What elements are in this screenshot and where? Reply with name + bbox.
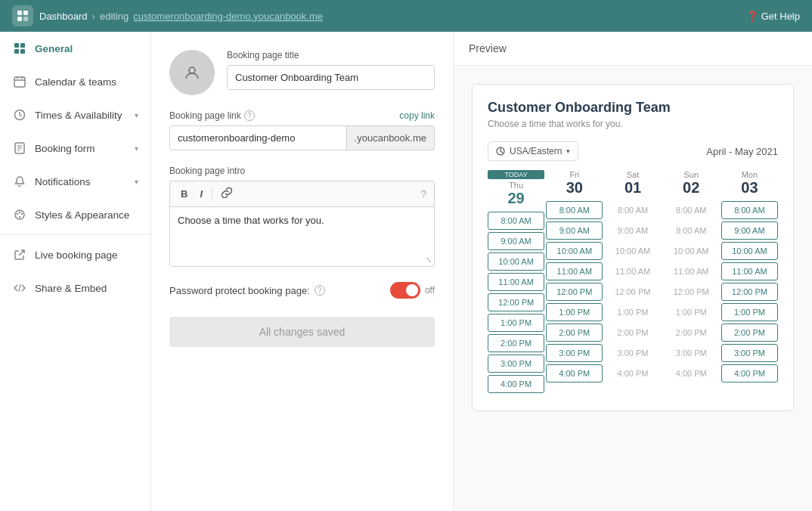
sidebar-item-label: Styles & Appearance [35,209,129,221]
cal-time-slot[interactable]: 9:00 AM [546,221,603,240]
sidebar-item-live[interactable]: Live booking page [0,238,150,271]
editing-label: editing [100,11,129,22]
resize-handle[interactable]: ⤡ [426,256,432,264]
svg-rect-8 [14,77,25,87]
cal-time-slot[interactable]: 2:00 PM [721,324,778,342]
cal-toolbar: USA/Eastern ▾ April - May 2021 [488,141,778,161]
cal-day-number: 29 [488,190,544,207]
svg-point-20 [17,213,18,215]
cal-time-slot: 9:00 AM [604,221,661,240]
cal-time-slot: 2:00 PM [663,324,720,342]
avatar-upload-button[interactable] [169,50,215,95]
cal-time-slot[interactable]: 1:00 PM [721,303,778,321]
password-info-icon[interactable]: ? [315,285,325,296]
main-layout: General Calendar & teams Times & Availab… [0,32,812,511]
timezone-label: USA/Eastern [510,146,562,156]
link-button[interactable] [218,186,235,202]
cal-time-slot[interactable]: 11:00 AM [488,273,544,291]
title-input[interactable] [227,65,435,90]
cal-time-slot[interactable]: 9:00 AM [488,232,544,250]
breadcrumb: Dashboard › editing customeronboarding-d… [39,11,323,22]
sidebar-item-calendar-teams[interactable]: Calendar & teams [0,65,150,98]
bold-button[interactable]: B [178,187,191,201]
sidebar-item-label: Notifications [35,176,91,187]
cal-day-number: 30 [546,179,603,197]
cal-time-slot[interactable]: 8:00 AM [721,201,778,219]
svg-rect-0 [17,11,22,15]
cal-time-slot: 1:00 PM [663,303,720,321]
sidebar-item-notifications[interactable]: Notifications ▾ [0,165,150,198]
timezone-selector[interactable]: USA/Eastern ▾ [488,141,578,161]
preview-header: Preview [454,32,812,66]
form-panel: Booking page title Booking page link ? c… [151,32,454,511]
svg-point-21 [19,212,20,213]
intro-label: Booking page intro [169,166,435,176]
sidebar: General Calendar & teams Times & Availab… [0,32,151,511]
cal-time-slot: 2:00 PM [604,324,661,342]
toolbar-divider [212,188,212,200]
cal-time-slot[interactable]: 10:00 AM [546,242,603,260]
cal-time-slot[interactable]: 11:00 AM [546,262,603,280]
cal-time-slot: 10:00 AM [663,242,720,260]
editor-toolbar: B I ? [169,181,435,206]
cal-time-slot[interactable]: 10:00 AM [488,252,544,271]
cal-time-slot: 10:00 AM [604,242,661,260]
svg-point-23 [19,216,20,218]
cal-time-slot[interactable]: 9:00 AM [721,221,778,240]
preview-panel: Preview Customer Onboarding Team Choose … [454,32,812,511]
save-button[interactable]: All changes saved [169,317,435,347]
cal-time-slot[interactable]: 4:00 PM [488,375,544,393]
sidebar-item-label: General [35,43,73,54]
sidebar-item-label: Live booking page [35,249,118,261]
cal-time-slot[interactable]: 3:00 PM [546,344,603,362]
cal-time-slot: 4:00 PM [663,364,720,382]
cal-column: TODAYThu298:00 AM9:00 AM10:00 AM11:00 AM… [488,170,544,395]
cal-time-slot[interactable]: 3:00 PM [488,355,544,373]
sidebar-item-general[interactable]: General [0,32,150,65]
italic-button[interactable]: I [197,187,206,201]
intro-editor[interactable]: Choose a time that works for you. ⤡ [169,206,435,267]
sidebar-item-times[interactable]: Times & Availability ▾ [0,98,150,132]
help-button[interactable]: ❓ Get Help [746,11,800,22]
cal-day-name: Fri [546,170,603,179]
svg-rect-7 [20,49,25,54]
sidebar-item-styles[interactable]: Styles & Appearance [0,198,150,231]
cal-time-slot[interactable]: 4:00 PM [721,364,778,382]
clock-icon [12,107,27,122]
cal-day-number: 03 [721,179,778,197]
sidebar-item-booking-form[interactable]: Booking form ▾ [0,132,150,165]
dashboard-link[interactable]: Dashboard [39,11,88,22]
cal-time-slot[interactable]: 12:00 PM [721,283,778,301]
svg-rect-3 [23,17,28,21]
topbar: Dashboard › editing customeronboarding-d… [0,0,812,32]
cal-time-slot[interactable]: 8:00 AM [546,201,603,219]
cal-time-slot[interactable]: 4:00 PM [546,364,603,382]
svg-line-25 [19,284,20,292]
link-suffix: .youcanbook.me [347,125,435,150]
cal-time-slot[interactable]: 3:00 PM [721,344,778,362]
cal-time-slot[interactable]: 8:00 AM [488,212,544,230]
copy-link-button[interactable]: copy link [399,110,435,121]
cal-time-slot: 12:00 PM [604,283,661,301]
sidebar-item-label: Calendar & teams [35,76,116,88]
editor-help-icon[interactable]: ? [420,188,426,200]
cal-time-slot[interactable]: 10:00 AM [721,242,778,260]
page-link[interactable]: customeronboarding-demo.youcanbook.me [133,11,323,22]
sidebar-item-share[interactable]: Share & Embed [0,271,150,305]
cal-time-slot[interactable]: 11:00 AM [721,262,778,280]
cal-time-slot[interactable]: 12:00 PM [488,293,544,311]
cal-time-slot[interactable]: 1:00 PM [488,314,544,332]
link-label: Booking page link ? [169,110,255,121]
password-toggle[interactable] [390,282,420,299]
toggle-label: off [425,285,435,296]
cal-time-slot[interactable]: 2:00 PM [546,324,603,342]
cal-time-slot: 12:00 PM [663,283,720,301]
svg-point-26 [189,67,195,73]
svg-rect-2 [17,17,22,21]
link-info-icon[interactable]: ? [244,110,255,121]
cal-time-slot[interactable]: 1:00 PM [546,303,603,321]
link-input[interactable] [169,125,347,150]
cal-time-slot[interactable]: 12:00 PM [546,283,603,301]
cal-day-name: Sun [663,170,720,179]
cal-time-slot[interactable]: 2:00 PM [488,334,544,352]
